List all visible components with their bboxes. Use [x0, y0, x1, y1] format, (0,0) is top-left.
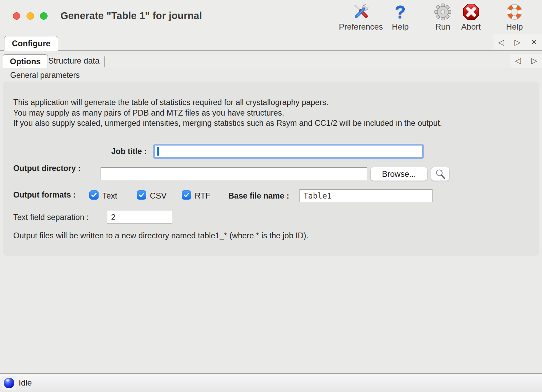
tools-icon	[352, 2, 370, 22]
description-line-1: This application will generate the table…	[13, 97, 442, 108]
output-note: Output files will be written to a new di…	[13, 231, 309, 240]
options-panel-content: General parameters This application will…	[0, 68, 542, 373]
output-directory-label: Output directory :	[13, 164, 81, 173]
checkbox-csv[interactable]	[137, 190, 146, 200]
configure-tab-row: Configure ◁ ▷ ✕	[0, 34, 542, 51]
tab-row-divider	[0, 51, 542, 53]
lifesaver-icon	[506, 2, 523, 22]
help-manual-label: Help	[506, 22, 523, 32]
description-text: This application will generate the table…	[13, 97, 442, 129]
stop-icon	[462, 2, 480, 22]
preferences-label: Preferences	[339, 22, 383, 32]
output-directory-input[interactable]	[101, 167, 367, 180]
checkbox-rtf-label[interactable]: RTF	[195, 191, 210, 201]
checkmark-icon	[91, 192, 97, 198]
tab-options[interactable]: Options	[3, 54, 48, 68]
options-tab-nav: ◁ ▷	[510, 54, 542, 68]
subtab-prev-icon[interactable]: ◁	[515, 56, 521, 65]
tab-prev-icon[interactable]: ◁	[498, 38, 504, 47]
description-line-2: You may supply as many pairs of PDB and …	[13, 108, 442, 118]
minimize-window-button[interactable]	[27, 12, 34, 20]
job-title-input[interactable]	[154, 145, 423, 157]
status-text: Idle	[19, 378, 32, 388]
status-bar: Idle	[0, 373, 542, 392]
checkmark-icon	[138, 192, 145, 198]
run-label: Run	[435, 22, 450, 32]
help-button[interactable]: ? Help	[392, 2, 408, 32]
question-icon: ?	[395, 2, 406, 22]
checkbox-text[interactable]	[89, 190, 99, 200]
title-bar: Generate "Table 1" for journal Preferenc…	[0, 0, 542, 34]
checkmark-icon	[183, 192, 190, 198]
tab-close-icon[interactable]: ✕	[531, 38, 537, 47]
base-file-name-input[interactable]	[299, 189, 433, 202]
abort-label: Abort	[461, 22, 480, 32]
abort-button[interactable]: Abort	[461, 2, 480, 32]
job-title-field-focus-ring	[153, 144, 424, 159]
magnifier-icon	[435, 168, 446, 180]
base-file-name-label: Base file name :	[228, 191, 289, 201]
checkbox-text-label[interactable]: Text	[102, 191, 117, 201]
help-label: Help	[392, 22, 408, 32]
job-title-label: Job title :	[3, 147, 147, 156]
output-formats-label: Output formats :	[13, 190, 76, 200]
configure-tab-nav: ◁ ▷ ✕	[493, 34, 542, 50]
subtab-next-icon[interactable]: ▷	[531, 56, 537, 65]
window-title: Generate "Table 1" for journal	[60, 10, 202, 21]
description-line-3: If you also supply scaled, unmerged inte…	[13, 118, 442, 129]
browse-button[interactable]: Browse...	[370, 167, 427, 181]
tab-separator	[104, 56, 105, 67]
text-field-separation-label: Text field separation :	[13, 213, 89, 222]
gear-icon	[434, 2, 452, 22]
close-window-button[interactable]	[13, 12, 20, 20]
text-field-separation-input[interactable]	[107, 211, 172, 224]
tab-configure[interactable]: Configure	[4, 36, 58, 51]
run-button[interactable]: Run	[434, 2, 452, 32]
checkbox-csv-label[interactable]: CSV	[150, 191, 167, 201]
status-indicator	[2, 376, 16, 390]
preferences-button[interactable]: Preferences	[339, 2, 383, 32]
zoom-window-button[interactable]	[40, 12, 48, 20]
status-sphere-icon	[4, 378, 14, 388]
options-tab-row: Options Structure data ◁ ▷	[0, 54, 542, 68]
text-caret	[157, 147, 159, 156]
checkbox-rtf[interactable]	[182, 190, 191, 200]
section-title: General parameters	[10, 71, 80, 80]
tab-next-icon[interactable]: ▷	[514, 38, 521, 47]
tab-structure-data[interactable]: Structure data	[41, 54, 106, 68]
help-manual-button[interactable]: Help	[506, 2, 523, 32]
general-parameters-panel: This application will generate the table…	[3, 82, 539, 256]
search-directory-button[interactable]	[431, 167, 450, 181]
